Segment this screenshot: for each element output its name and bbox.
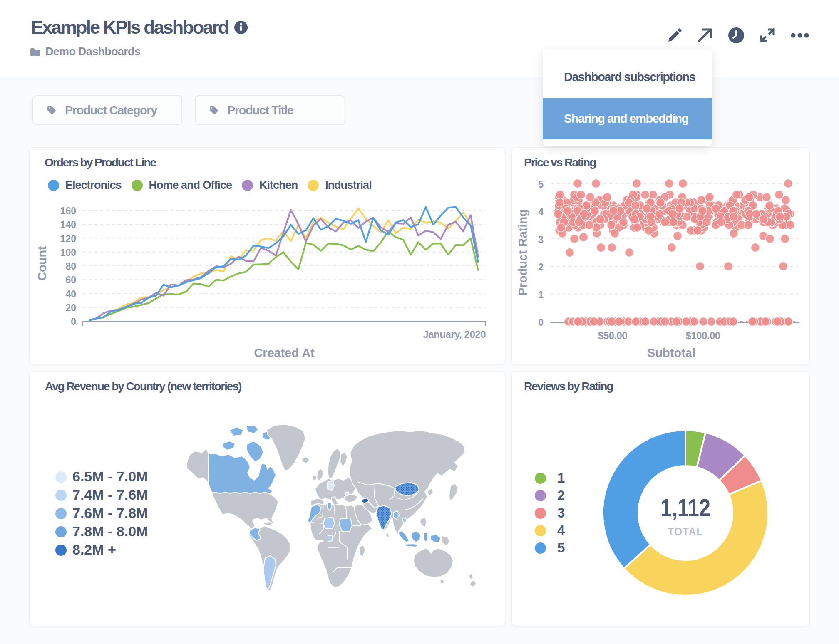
svg-text:3: 3 [538, 234, 544, 245]
svg-text:4: 4 [538, 206, 544, 217]
svg-text:2: 2 [538, 262, 544, 272]
svg-text:1,112: 1,112 [660, 493, 710, 522]
svg-text:0: 0 [71, 316, 76, 327]
svg-text:Subtotal: Subtotal [647, 346, 695, 359]
svg-text:20: 20 [65, 302, 76, 313]
svg-text:120: 120 [60, 233, 76, 244]
svg-text:140: 140 [60, 219, 76, 230]
svg-text:1: 1 [538, 290, 544, 300]
svg-text:80: 80 [65, 261, 76, 272]
svg-text:Created At: Created At [254, 346, 315, 359]
svg-text:TOTAL: TOTAL [668, 525, 703, 537]
svg-text:Product Rating: Product Rating [516, 209, 529, 296]
svg-text:5: 5 [538, 179, 544, 190]
svg-text:Count: Count [35, 246, 49, 281]
svg-text:160: 160 [60, 206, 76, 216]
svg-text:100: 100 [60, 247, 76, 258]
svg-text:January, 2020: January, 2020 [423, 329, 486, 340]
svg-text:60: 60 [65, 275, 76, 285]
svg-text:$100.00: $100.00 [685, 330, 720, 341]
svg-text:40: 40 [65, 289, 76, 300]
svg-text:$50.00: $50.00 [598, 330, 628, 341]
svg-text:0: 0 [538, 317, 544, 328]
